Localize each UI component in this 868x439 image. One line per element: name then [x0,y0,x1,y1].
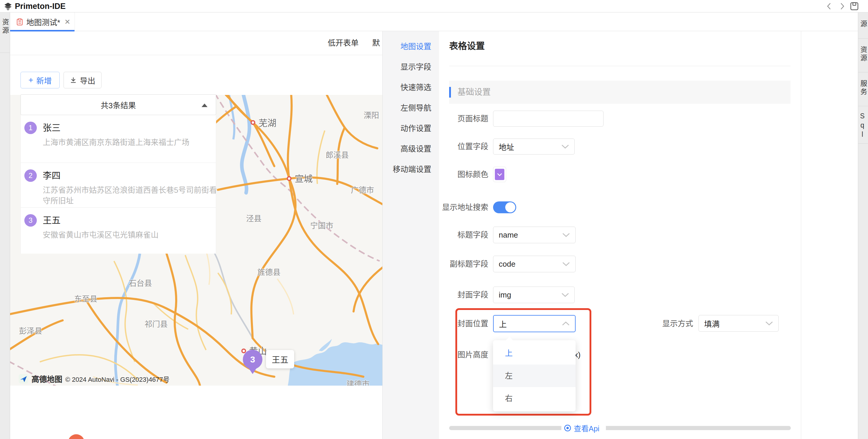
map-label-county: 广德市 [351,184,374,195]
dropdown-option-top[interactable]: 上 [493,342,576,365]
item-name: 李四 [43,170,210,181]
add-button[interactable]: + 新增 [21,72,60,89]
position-field-select[interactable]: 地址 [493,138,575,155]
field-label-subtitle-field: 副标题字段 [399,256,488,272]
work-canvas: 低开表单 默 + 新增 导出 [10,31,382,439]
chevron-down-icon [765,321,773,326]
toggle-knob [505,202,515,212]
chevron-down-icon [561,293,569,297]
nav-item-display-fields[interactable]: 显示字段 [383,57,439,77]
nav-back-icon[interactable] [825,2,834,11]
nav-forward-icon[interactable] [838,2,847,11]
map-marker-pin[interactable]: 3 [243,350,262,369]
result-list: 1 张三 上海市黄浦区南京东路街道上海来福士广场 2 李四 江苏省苏州市姑苏区沧… [21,115,216,254]
tab-close-icon[interactable]: ✕ [64,18,70,26]
floating-action-button[interactable] [68,434,85,439]
chevron-up-icon [562,321,570,326]
view-api-link[interactable]: 查看Api [564,423,599,433]
map-label-county: 旌德县 [257,266,281,277]
tab-map-test[interactable]: 地图测试* ✕ [10,12,75,31]
map-marker-label[interactable]: 王五 [266,350,294,368]
field-label-title-field: 标题字段 [399,227,488,243]
export-button[interactable]: 导出 [64,72,101,89]
right-rail: 数据源 离线资源 三方服务 命名Sql [858,12,868,439]
item-address: 上海市黄浦区南京东路街道上海来福士广场 [43,137,218,148]
chevron-down-icon [562,262,570,266]
app-title: Primeton-IDE [15,2,66,11]
map-marker-label-text: 王五 [272,353,288,365]
plus-icon: + [29,75,33,85]
map-attribution-copyright: © 2024 AutoNavi - GS(2023)4677号 [65,374,169,383]
city-dot-xuancheng [287,176,291,181]
map-label-county: 郎溪县 [326,149,349,160]
chevron-down-icon [562,233,570,237]
rail-item-datasource[interactable]: 数据源 [858,19,868,30]
document-icon [17,18,23,26]
list-item[interactable]: 3 王五 安徽省黄山市屯溪区屯光镇麻雀山 [21,208,216,254]
item-name: 张三 [43,122,210,133]
canvas-tab-default[interactable]: 默 [372,31,382,55]
rail-item-offline-resources[interactable]: 离线资源 [858,44,868,64]
section-title: 基础设置 [458,81,491,104]
rail-item-thirdparty-services[interactable]: 三方服务 [858,78,868,98]
dropdown-option-right[interactable]: 右 [493,387,576,410]
map-label-county: 彭泽县 [19,325,42,336]
settings-panel: 地图设置 显示字段 快速筛选 左侧导航 动作设置 高级设置 移动端设置 表格设置… [382,31,858,439]
map-label-county: 石台县 [129,277,152,288]
save-icon[interactable] [849,1,859,11]
item-badge: 1 [24,122,37,134]
map-label-county: 泾县 [246,212,261,223]
tab-active-underline [10,30,74,31]
map-label-county: 建德市 [346,378,370,386]
tab-bar: 地图测试* ✕ [10,12,858,31]
map-attribution-brand: 高德地图 [31,373,62,384]
field-label-cover-position: 封面位置 [399,315,488,332]
field-label-cover-field: 封面字段 [399,286,488,303]
item-address: 安徽省黄山市屯溪区屯光镇麻雀山 [43,230,218,240]
page-title-input[interactable] [493,111,603,127]
section-accent-bar [449,87,451,98]
icon-color-picker[interactable] [493,167,506,182]
cover-position-select[interactable]: 上 [493,315,576,332]
rail-item-named-sql[interactable]: 命名Sql [858,112,868,140]
title-field-select[interactable]: name [493,227,576,243]
list-item[interactable]: 1 张三 上海市黄浦区南京东路街道上海来福士广场 [21,115,216,163]
item-name: 王五 [43,215,210,226]
address-search-toggle[interactable] [493,201,516,213]
amap-logo-icon [19,374,29,384]
left-rail: 资源 [0,12,10,439]
download-icon [70,76,77,83]
canvas-divider [10,55,382,55]
field-label-display-mode: 显示方式 [604,315,693,332]
city-dot-wuhu [251,120,255,125]
nav-item-quick-filter[interactable]: 快速筛选 [383,77,439,98]
item-badge: 3 [24,214,37,227]
eye-icon [564,424,571,432]
page-title: 表格设置 [449,39,485,52]
map-label-county: 祁门县 [145,318,168,329]
subtitle-field-select[interactable]: code [493,256,576,272]
field-label-page-title: 页面标题 [399,111,488,127]
field-label-image-height: 图片高度 [399,346,488,363]
map-marker-number: 3 [250,354,255,365]
tab-label: 地图测试* [26,16,60,27]
cover-field-select[interactable]: img [493,286,575,303]
result-summary[interactable]: 共3条结果 [21,94,216,115]
display-mode-select[interactable]: 填满 [699,315,779,332]
horizontal-scrollbar[interactable] [449,426,791,430]
section-header: 基础设置 [449,81,790,104]
rail-item-resources[interactable]: 资源 [0,19,10,35]
map-label-county: 东至县 [74,293,97,304]
item-badge: 2 [24,169,37,182]
map-label-county: 宁国市 [310,220,333,231]
collapse-triangle-icon[interactable] [202,103,208,107]
export-button-label: 导出 [80,75,95,86]
dropdown-option-left[interactable]: 左 [493,365,576,387]
map-label-county: 溧阳 [364,109,379,120]
nav-item-map-settings[interactable]: 地图设置 [383,36,439,57]
color-swatch [495,169,504,180]
list-item[interactable]: 2 李四 江苏省苏州市姑苏区沧浪街道西善长巷5号司前街看守所旧址 [21,163,216,208]
title-bar: Primeton-IDE [0,0,868,12]
map-label-city: 芜湖 [258,116,276,129]
canvas-tab-lowcode-form[interactable]: 低开表单 [328,31,359,55]
